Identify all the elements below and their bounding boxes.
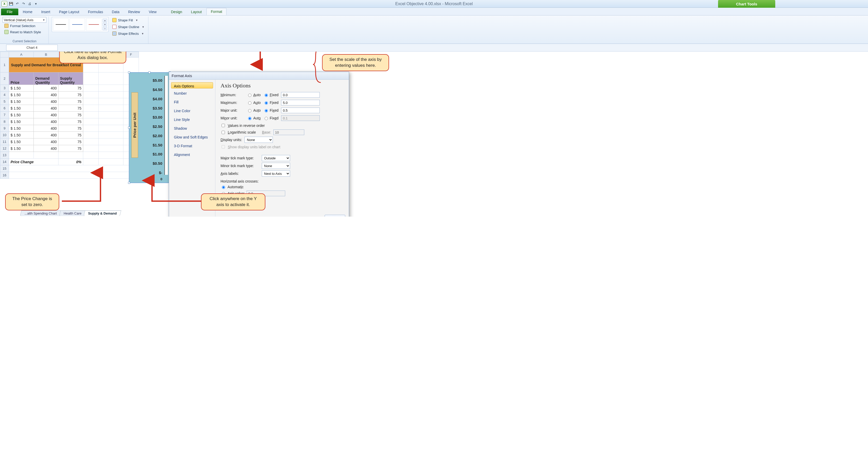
dialog-title[interactable]: Format Axis <box>169 72 349 80</box>
row-header[interactable]: 13 <box>0 152 9 158</box>
minor-tick-select[interactable]: None <box>262 163 290 169</box>
major-fixed-radio[interactable]: Fixed <box>263 108 279 112</box>
header-demand[interactable]: Demand Quantity <box>34 72 59 85</box>
qat-more-icon[interactable]: ▾ <box>33 2 38 6</box>
cell-supply[interactable]: 75 <box>59 139 83 145</box>
crosses-automatic-radio[interactable]: Automatic <box>221 185 345 189</box>
cell-supply[interactable]: 75 <box>59 145 83 152</box>
cell-supply[interactable]: 75 <box>59 118 83 125</box>
style-item[interactable] <box>86 18 101 31</box>
row-header[interactable]: 5 <box>0 98 9 105</box>
cell-price[interactable]: $ 1.50 <box>9 112 34 118</box>
embedded-chart[interactable]: Price per Unit $5.00$4.50$4.00$3.50$3.00… <box>129 72 170 183</box>
row-header[interactable]: 7 <box>0 112 9 118</box>
minimum-fixed-radio[interactable]: Fixed <box>263 93 279 97</box>
cell-price[interactable]: $ 1.50 <box>9 85 34 91</box>
tab-layout[interactable]: Layout <box>187 8 206 15</box>
nav-alignment[interactable]: Alignment <box>171 151 213 158</box>
cell-price[interactable]: $ 1.50 <box>9 132 34 139</box>
tab-file[interactable]: File <box>1 8 18 15</box>
cell-demand[interactable]: 400 <box>34 118 59 125</box>
minimum-input[interactable] <box>281 92 320 98</box>
display-units-select[interactable]: None <box>245 137 273 143</box>
resize-handle[interactable] <box>148 182 151 184</box>
style-item[interactable] <box>69 18 85 31</box>
cell-demand[interactable]: 400 <box>34 85 59 91</box>
gallery-scroll[interactable]: ▴▾▿ <box>102 19 107 30</box>
cell-demand[interactable]: 400 <box>34 91 59 98</box>
sheet-tab[interactable]: ...alth Spending Chart <box>20 210 61 216</box>
cell-demand[interactable]: 400 <box>34 112 59 118</box>
sheet-tab-active[interactable]: Supply & Demand <box>84 210 121 216</box>
shape-outline-button[interactable]: Shape Outline▼ <box>111 24 146 30</box>
cell-supply[interactable]: 75 <box>59 105 83 112</box>
header-price[interactable]: Price <box>9 72 34 85</box>
row-header[interactable]: 15 <box>0 165 9 172</box>
print-icon[interactable]: 🖨 <box>27 2 32 6</box>
row-header[interactable]: 11 <box>0 139 9 145</box>
nav-shadow[interactable]: Shadow <box>171 124 213 132</box>
resize-handle[interactable] <box>128 126 130 129</box>
style-item[interactable] <box>53 18 68 31</box>
tab-view[interactable]: View <box>145 8 160 15</box>
maximum-auto-radio[interactable]: Auto <box>247 100 261 105</box>
col-header[interactable]: B <box>34 52 59 58</box>
cell-demand[interactable]: 400 <box>34 125 59 132</box>
tab-review[interactable]: Review <box>124 8 144 15</box>
reverse-checkbox[interactable] <box>222 124 225 127</box>
tab-insert[interactable]: Insert <box>37 8 54 15</box>
row-header[interactable]: 8 <box>0 118 9 125</box>
sheet-tab[interactable]: Health Care <box>59 210 86 216</box>
cell-price[interactable]: $ 1.50 <box>9 105 34 112</box>
name-box[interactable]: Chart 4 <box>6 45 58 51</box>
nav-axis-options[interactable]: Axis Options <box>171 82 213 88</box>
cell-supply[interactable]: 75 <box>59 125 83 132</box>
cell-price[interactable]: $ 1.50 <box>9 145 34 152</box>
header-supply[interactable]: Supply Quantity <box>59 72 83 85</box>
format-selection-button[interactable]: Format Selection <box>3 23 46 29</box>
minor-fixed-radio[interactable]: Fixed <box>263 116 279 120</box>
nav-number[interactable]: Number <box>171 89 213 97</box>
cell-supply[interactable]: 75 <box>59 85 83 91</box>
reset-to-match-style-button[interactable]: Reset to Match Style <box>3 29 46 35</box>
tab-formulas[interactable]: Formulas <box>84 8 107 15</box>
cell-price[interactable]: $ 1.50 <box>9 91 34 98</box>
resize-handle[interactable] <box>128 71 130 74</box>
axis-labels-select[interactable]: Next to Axis <box>262 170 290 177</box>
row-header[interactable]: 2 <box>0 72 9 85</box>
shape-fill-button[interactable]: Shape Fill▼ <box>111 17 146 23</box>
cell-price[interactable]: $ 1.50 <box>9 139 34 145</box>
price-change-label[interactable]: Price Change <box>9 158 59 165</box>
select-all-corner[interactable] <box>0 52 9 58</box>
worksheet-grid[interactable]: A B C D E F 1 Supply and Demand for Brea… <box>0 52 139 179</box>
cell-price[interactable]: $ 1.50 <box>9 125 34 132</box>
row-header[interactable]: 16 <box>0 172 9 179</box>
col-header[interactable]: A <box>9 52 34 58</box>
y-axis[interactable]: $5.00$4.50$4.00$3.50$3.00$2.50$2.00$1.50… <box>139 74 164 181</box>
tab-data[interactable]: Data <box>108 8 124 15</box>
resize-handle[interactable] <box>148 71 151 74</box>
major-auto-radio[interactable]: Auto <box>247 108 261 112</box>
row-header[interactable]: 1 <box>0 58 9 72</box>
row-header[interactable]: 3 <box>0 85 9 91</box>
shape-style-gallery[interactable]: ▴▾▿ <box>52 17 108 32</box>
minor-auto-radio[interactable]: Auto <box>247 116 261 120</box>
major-tick-select[interactable]: Outside <box>262 155 290 161</box>
major-unit-input[interactable] <box>281 108 320 113</box>
cell-supply[interactable]: 75 <box>59 112 83 118</box>
minimum-auto-radio[interactable]: Auto <box>247 93 261 97</box>
shape-effects-button[interactable]: Shape Effects▼ <box>111 30 146 37</box>
row-header[interactable]: 14 <box>0 158 9 165</box>
tab-design[interactable]: Design <box>167 8 187 15</box>
row-header[interactable]: 10 <box>0 132 9 139</box>
cell-supply[interactable]: 75 <box>59 98 83 105</box>
row-header[interactable]: 6 <box>0 105 9 112</box>
nav-fill[interactable]: Fill <box>171 98 213 106</box>
nav-3d[interactable]: 3-D Format <box>171 142 213 150</box>
cell-demand[interactable]: 400 <box>34 139 59 145</box>
close-button[interactable]: Close <box>324 215 345 216</box>
nav-glow[interactable]: Glow and Soft Edges <box>171 133 213 141</box>
cell-demand[interactable]: 400 <box>34 98 59 105</box>
chart-plot-area[interactable]: Price per Unit $5.00$4.50$4.00$3.50$3.00… <box>131 74 168 181</box>
tab-home[interactable]: Home <box>19 8 37 15</box>
